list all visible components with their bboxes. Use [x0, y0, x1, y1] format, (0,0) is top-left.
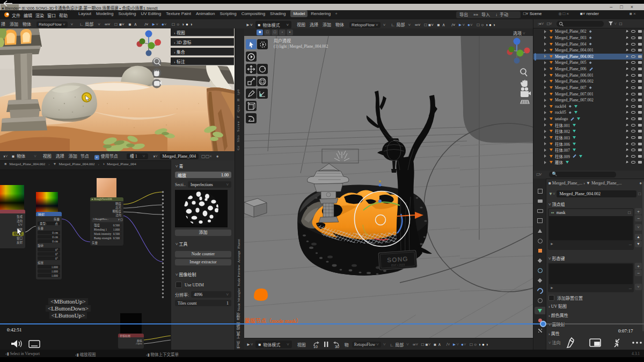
svg-text:10: 10 [313, 345, 318, 349]
svg-text:SONG: SONG [387, 255, 408, 264]
svg-text:30: 30 [335, 345, 339, 349]
